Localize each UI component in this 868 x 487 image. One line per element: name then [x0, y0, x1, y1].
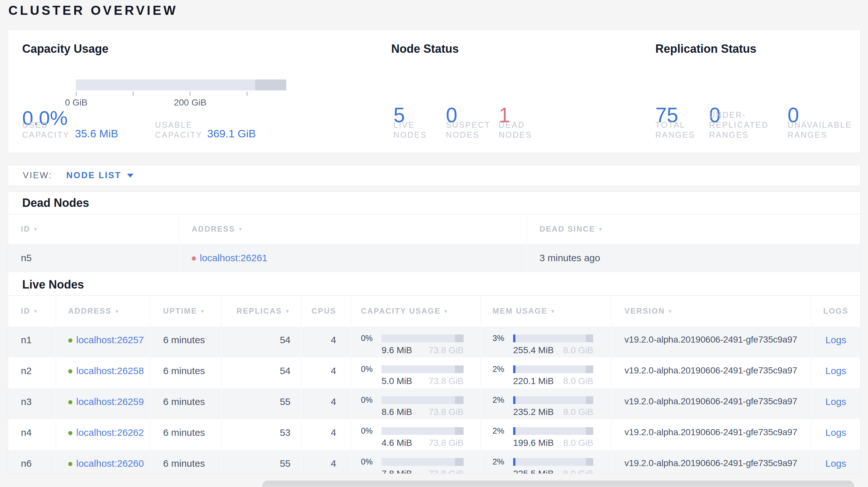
dead-header-address[interactable]: ADDRESS▼ [180, 214, 527, 244]
used-capacity-label: USEDCAPACITY [22, 120, 69, 140]
live-header-replicas[interactable]: REPLICAS▼ [222, 295, 301, 326]
live-node-capacity-cell: 0%5.0 MiB73.8 GiB [351, 357, 481, 388]
live-node-mem-cell: 2%220.1 MiB8.0 GiB [481, 357, 612, 388]
mem-bar [513, 396, 593, 404]
live-node-address-link[interactable]: localhost:26257 [76, 334, 144, 345]
live-node-logs-cell: Logs [811, 450, 860, 474]
unavailable-ranges-label: UNAVAILABLERANGES [787, 120, 852, 140]
live-node-uptime: 6 minutes [150, 357, 222, 388]
suspect-nodes-label: SUSPECTNODES [446, 120, 491, 140]
sort-icon: ▼ [285, 309, 290, 314]
live-node-cpus: 4 [301, 326, 351, 357]
capacity-bar [381, 334, 464, 342]
axis-tick [247, 92, 247, 96]
axis-tick [76, 92, 76, 96]
live-node-address-link[interactable]: localhost:26259 [76, 396, 144, 407]
live-header-uptime[interactable]: UPTIME▼ [150, 295, 222, 326]
sort-icon: ▼ [668, 309, 673, 314]
capacity-bar [381, 365, 464, 373]
dead-header-dead-since[interactable]: DEAD SINCE▼ [527, 214, 860, 244]
axis-tick [133, 92, 133, 96]
live-node-uptime: 6 minutes [150, 388, 222, 419]
live-node-cpus: 4 [301, 357, 351, 388]
chevron-down-icon[interactable] [127, 174, 133, 177]
capacity-bar [381, 427, 464, 435]
live-node-version: v19.2.0-alpha.20190606-2491-gfe735c9a97 [612, 388, 811, 419]
live-node-address-cell: localhost:26258 [56, 357, 150, 388]
sort-icon: ▼ [115, 309, 120, 314]
live-node-address-cell: localhost:26262 [56, 419, 150, 450]
live-header-address[interactable]: ADDRESS▼ [56, 295, 150, 326]
live-node-address-link[interactable]: localhost:26262 [76, 427, 144, 438]
live-node-uptime: 6 minutes [150, 326, 222, 357]
live-node-replicas: 55 [222, 388, 301, 419]
live-node-id: n2 [8, 357, 56, 388]
live-node-cpus: 4 [301, 450, 351, 474]
view-bar: VIEW: NODE LIST [8, 165, 861, 186]
live-status-dot-icon [68, 462, 72, 466]
live-node-uptime: 6 minutes [150, 419, 222, 450]
live-header-mem[interactable]: MEM USAGE▼ [481, 295, 612, 326]
logs-link[interactable]: Logs [825, 458, 846, 474]
capacity-usage-bar [76, 79, 286, 90]
total-ranges-label: TOTALRANGES [655, 120, 695, 140]
logs-link[interactable]: Logs [825, 427, 846, 450]
sort-icon: ▼ [238, 226, 244, 232]
view-selector[interactable]: NODE LIST [66, 170, 121, 181]
dead-nodes-label: DEADNODES [499, 120, 532, 140]
replication-status-heading: Replication Status [655, 42, 756, 56]
dead-header-id[interactable]: ID▼ [8, 214, 180, 244]
sort-icon: ▼ [443, 309, 449, 314]
live-status-dot-icon [68, 431, 72, 435]
live-nodes-table: ID▼ ADDRESS▼ UPTIME▼ REPLICAS▼ CPUS CAPA… [8, 295, 860, 474]
axis-tick [190, 92, 190, 96]
logs-link[interactable]: Logs [825, 396, 846, 419]
live-node-id: n1 [8, 326, 56, 357]
live-node-id: n3 [8, 388, 56, 419]
live-nodes-label: LIVENODES [394, 120, 427, 140]
live-node-address-cell: localhost:26259 [56, 388, 150, 419]
live-node-capacity-cell: 0%7.8 MiB73.8 GiB [351, 450, 481, 474]
live-header-capacity[interactable]: CAPACITY USAGE▼ [351, 295, 481, 326]
live-node-capacity-cell: 0%4.6 MiB73.8 GiB [351, 419, 481, 450]
mem-bar [513, 365, 593, 373]
live-node-address-link[interactable]: localhost:26258 [76, 365, 144, 376]
live-node-replicas: 54 [222, 326, 301, 357]
dead-node-id: n5 [8, 244, 180, 272]
axis-label-200: 200 GiB [174, 97, 206, 108]
live-node-logs-cell: Logs [811, 388, 860, 419]
live-header-id[interactable]: ID▼ [8, 295, 56, 326]
live-node-address-link[interactable]: localhost:26260 [76, 458, 144, 469]
live-node-address-cell: localhost:26257 [56, 326, 150, 357]
capacity-bar-other-segment [255, 79, 286, 90]
capacity-usage-heading: Capacity Usage [22, 42, 108, 56]
live-node-mem-cell: 2%235.2 MiB8.0 GiB [481, 388, 612, 419]
used-capacity-value: 35.6 MiB [75, 127, 118, 140]
live-node-version: v19.2.0-alpha.20190606-2491-gfe735c9a97 [612, 419, 811, 450]
sort-icon: ▼ [33, 226, 39, 232]
live-node-replicas: 54 [222, 357, 301, 388]
live-header-logs: LOGS [811, 295, 860, 326]
logs-link[interactable]: Logs [825, 334, 846, 357]
usable-capacity-label: USABLECAPACITY [155, 120, 203, 140]
live-node-mem-cell: 2%225.5 MiB8.0 GiB [481, 450, 612, 474]
logs-link[interactable]: Logs [825, 365, 846, 388]
dead-node-address-link[interactable]: localhost:26261 [200, 253, 267, 263]
under-replicated-label: UNDER-REPLICATEDRANGES [709, 110, 769, 140]
usable-capacity-value: 369.1 GiB [207, 127, 256, 140]
live-node-logs-cell: Logs [811, 326, 860, 357]
sort-icon: ▼ [551, 309, 556, 314]
mem-bar [513, 458, 593, 466]
live-node-cpus: 4 [301, 388, 351, 419]
live-node-version: v19.2.0-alpha.20190606-2491-gfe735c9a97 [612, 326, 811, 357]
live-header-version[interactable]: VERSION▼ [612, 295, 811, 326]
live-node-id: n4 [8, 419, 56, 450]
live-status-dot-icon [68, 369, 72, 374]
mem-bar [513, 334, 593, 342]
axis-label-0: 0 GiB [65, 97, 88, 108]
live-header-cpus[interactable]: CPUS [301, 295, 351, 326]
live-node-version: v19.2.0-alpha.20190606-2491-gfe735c9a97 [612, 450, 811, 474]
capacity-bar [381, 396, 464, 404]
dead-status-dot-icon [192, 256, 196, 261]
live-node-capacity-cell: 0%8.6 MiB73.8 GiB [351, 388, 481, 419]
